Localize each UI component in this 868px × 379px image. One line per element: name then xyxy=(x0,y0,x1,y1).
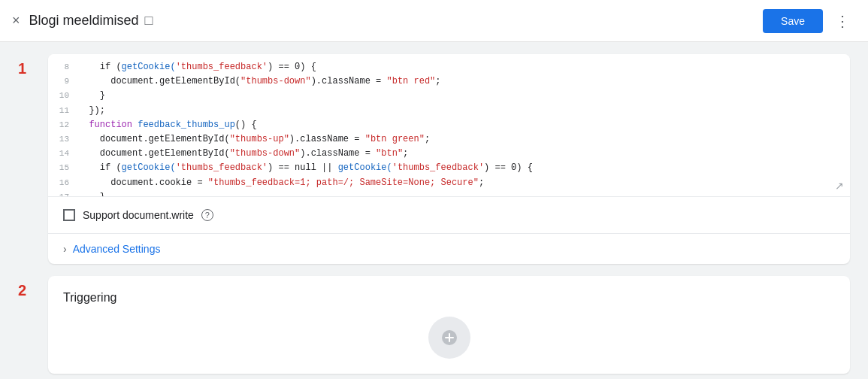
close-button[interactable]: × xyxy=(12,13,20,29)
line-number: 12 xyxy=(48,118,78,132)
table-row: 10 } xyxy=(48,89,850,103)
support-document-write-label: Support document.write xyxy=(83,209,194,221)
add-trigger-button[interactable] xyxy=(428,317,470,359)
line-number: 8 xyxy=(48,60,78,74)
triggering-title: Triggering xyxy=(63,291,835,305)
line-code: } xyxy=(78,190,105,197)
table-row: 15 if (getCookie('thumbs_feedback') == n… xyxy=(48,161,850,175)
section-1-number: 1 xyxy=(18,54,36,77)
table-row: 13 document.getElementById("thumbs-up").… xyxy=(48,132,850,147)
section-2-number: 2 xyxy=(18,276,36,299)
code-content: 8 if (getCookie('thumbs_feedback') == 0)… xyxy=(48,54,850,197)
line-code: function feedback_thumbs_up() { xyxy=(78,118,257,132)
code-card: 8 if (getCookie('thumbs_feedback') == 0)… xyxy=(48,54,850,264)
line-number: 13 xyxy=(48,132,78,147)
trigger-add-area xyxy=(63,305,835,359)
advanced-settings-row[interactable]: › Advanced Settings xyxy=(48,233,850,264)
resize-handle-icon[interactable]: ↗ xyxy=(835,180,844,192)
line-number: 9 xyxy=(48,74,78,89)
line-number: 10 xyxy=(48,89,78,103)
header: × Blogi meeldimised □ Save ⋮ xyxy=(0,0,868,42)
main-content: 1 8 if (getCookie('thumbs_feedback') == … xyxy=(0,42,868,379)
folder-icon: □ xyxy=(145,13,153,29)
help-icon[interactable]: ? xyxy=(201,209,213,221)
support-document-write-checkbox[interactable] xyxy=(63,209,75,221)
add-trigger-icon xyxy=(440,329,458,347)
code-editor[interactable]: 8 if (getCookie('thumbs_feedback') == 0)… xyxy=(48,54,850,197)
line-number: 11 xyxy=(48,104,78,118)
more-options-button[interactable]: ⋮ xyxy=(829,9,856,33)
line-number: 14 xyxy=(48,147,78,161)
line-number: 16 xyxy=(48,176,78,190)
table-row: 14 document.getElementById("thumbs-down"… xyxy=(48,147,850,161)
line-code: if (getCookie('thumbs_feedback') == 0) { xyxy=(78,60,316,74)
save-button[interactable]: Save xyxy=(763,9,823,33)
triggering-card: Triggering xyxy=(48,276,850,374)
line-code: document.getElementById("thumbs-up").cla… xyxy=(78,132,430,147)
table-row: 17 } xyxy=(48,190,850,197)
section-2-row: 2 Triggering xyxy=(18,276,850,374)
line-number: 15 xyxy=(48,161,78,175)
support-section: Support document.write ? xyxy=(48,197,850,233)
header-actions: Save ⋮ xyxy=(763,9,856,33)
table-row: 9 document.getElementById("thumbs-down")… xyxy=(48,74,850,89)
table-row: 8 if (getCookie('thumbs_feedback') == 0)… xyxy=(48,60,850,74)
content-area: 1 8 if (getCookie('thumbs_feedback') == … xyxy=(18,54,850,367)
chevron-right-icon: › xyxy=(63,243,67,255)
line-code: } xyxy=(78,89,105,103)
advanced-settings-label: Advanced Settings xyxy=(73,243,161,255)
section-1-row: 1 8 if (getCookie('thumbs_feedback') == … xyxy=(18,54,850,264)
header-title: Blogi meeldimised □ xyxy=(29,13,764,29)
line-code: document.cookie = "thumbs_feedback=1; pa… xyxy=(78,176,484,190)
table-row: 16 document.cookie = "thumbs_feedback=1;… xyxy=(48,176,850,190)
line-code: document.getElementById("thumbs-down").c… xyxy=(78,74,441,89)
title-text: Blogi meeldimised xyxy=(29,13,139,29)
line-code: document.getElementById("thumbs-down").c… xyxy=(78,147,408,161)
support-checkbox-wrapper: Support document.write ? xyxy=(63,209,213,221)
line-code: }); xyxy=(78,104,105,118)
line-number: 17 xyxy=(48,190,78,197)
table-row: 11 }); xyxy=(48,104,850,118)
table-row: 12 function feedback_thumbs_up() { xyxy=(48,118,850,132)
line-code: if (getCookie('thumbs_feedback') == null… xyxy=(78,161,533,175)
